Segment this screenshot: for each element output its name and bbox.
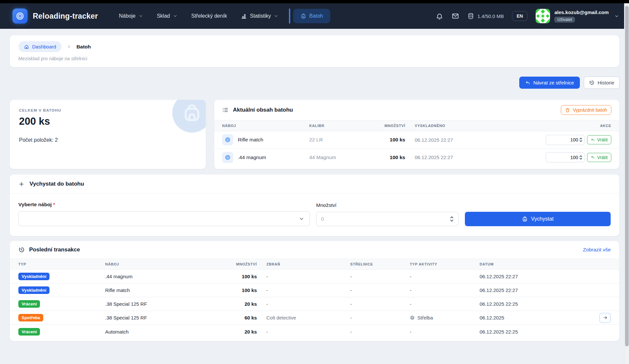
navbar-right: 1.4/50.0 MB EN ales.kozub@gmail.com Uživ… — [436, 9, 619, 23]
range: - — [350, 329, 410, 335]
button-label: Vyprázdnit batoh — [573, 107, 607, 113]
chevron-down-icon — [614, 14, 619, 19]
bullseye-icon — [222, 152, 233, 163]
panel-title: Poslední transakce — [29, 246, 80, 253]
transaction-type-badge: Vrácení — [18, 328, 40, 336]
panel-title: Aktuální obsah batohu — [233, 107, 293, 113]
range: - — [350, 301, 410, 307]
return-quantity-input[interactable] — [555, 155, 578, 160]
page-scrollbar[interactable] — [624, 3, 629, 364]
quantity: 100 ks — [375, 155, 405, 160]
transaction-row: Vyskladnění Rifle match 100 ks - - - 06.… — [10, 283, 619, 297]
bullseye-logo-icon — [16, 12, 24, 20]
bullseye-icon — [222, 134, 233, 145]
nav-label: Statistiky — [250, 13, 271, 19]
arrow-right-icon — [603, 315, 608, 320]
col-picked: VYSKLADNĚNO — [405, 124, 506, 128]
nav-item-sklad[interactable]: Sklad — [151, 9, 183, 23]
return-quantity-input[interactable] — [555, 137, 578, 142]
quantity: 20 ks — [215, 301, 257, 307]
navbar: Reloading-tracker Náboje Sklad Střelecký… — [0, 3, 629, 29]
weapon: - — [257, 274, 350, 279]
transactions-table-header: TYP NÁBOJ MNOŽSTVÍ ZBRAŇ STŘELNICE TYP A… — [10, 259, 619, 270]
range: - — [350, 287, 410, 293]
activity-type: - — [410, 329, 480, 335]
user-meta: ales.kozub@gmail.com Uživatel — [554, 9, 609, 23]
trash-icon — [565, 108, 570, 113]
summary-item-count: Počet položek: 2 — [19, 137, 197, 143]
ammo-name: Rifle match — [105, 287, 215, 293]
chevron-right-icon — [67, 44, 71, 49]
stepper-arrows-icon[interactable] — [579, 137, 582, 142]
breadcrumb: Dashboard Batoh — [18, 41, 611, 52]
history-icon — [18, 246, 25, 253]
active-nav-indicator — [289, 9, 290, 24]
pick-submit-button[interactable]: Vychystat — [465, 212, 611, 226]
transaction-row: Spotřeba .38 Special 125 RF 60 ks Colt d… — [10, 311, 619, 325]
transactions-card: Poslední transakce Zobrazit vše TYP NÁBO… — [10, 241, 619, 341]
col-weapon: ZBRAŇ — [257, 262, 350, 266]
date: 06.12.2025 22:27 — [480, 287, 591, 293]
chevron-down-icon — [139, 14, 143, 18]
nav-item-batoh[interactable]: Batoh — [293, 9, 330, 23]
nav-item-strelecky-denik[interactable]: Střelecký deník — [185, 9, 233, 23]
col-action: AKCE — [506, 124, 611, 128]
history-button[interactable]: Historie — [584, 77, 619, 89]
quantity: 60 ks — [215, 315, 257, 320]
ammo-select[interactable] — [18, 211, 310, 226]
col-qty: MNOŽSTVÍ — [375, 124, 405, 128]
page-actions: Návrat ze střelnice Historie — [10, 77, 619, 89]
plus-icon — [18, 181, 25, 187]
language-selector[interactable]: EN — [512, 11, 527, 21]
nav-item-statistiky[interactable]: Statistiky — [235, 9, 284, 23]
nav-item-naboje[interactable]: Náboje — [113, 9, 149, 23]
quantity: 100 ks — [215, 274, 257, 279]
bar-chart-icon — [241, 13, 247, 19]
return-button[interactable]: Vrátit — [587, 135, 611, 144]
ammo-name: .44 magnum — [105, 274, 215, 279]
return-from-range-button[interactable]: Návrat ze střelnice — [519, 77, 580, 89]
stepper-arrows-icon[interactable] — [450, 216, 454, 222]
activity-type: Střelba — [417, 315, 433, 320]
chevron-down-icon — [299, 216, 304, 222]
field-label: Vyberte náboj* — [18, 202, 310, 208]
transaction-type-badge: Vrácení — [18, 300, 40, 308]
col-qty: MNOŽSTVÍ — [215, 262, 257, 266]
required-asterisk: * — [53, 202, 55, 207]
scrollbar-thumb[interactable] — [625, 6, 629, 346]
button-label: Vrátit — [597, 155, 608, 160]
transaction-detail-button[interactable] — [600, 313, 611, 323]
return-button[interactable]: Vrátit — [587, 153, 611, 162]
app-title: Reloading-tracker — [33, 12, 98, 21]
nav-item-batoh-wrap: Batoh — [289, 9, 330, 24]
bell-icon[interactable] — [436, 12, 443, 20]
chevron-down-icon — [173, 14, 178, 18]
user-menu[interactable]: ales.kozub@gmail.com Uživatel — [536, 9, 619, 23]
summary-total: 200 ks — [19, 116, 197, 127]
table-row: Rifle match 22 LR 100 ks 06.12.2025 22:2… — [214, 131, 619, 149]
col-ammo: NÁBOJ — [222, 124, 309, 128]
mail-icon[interactable] — [451, 12, 459, 20]
chevron-down-icon — [274, 14, 278, 18]
backpack-summary-card: CELKEM V BATOHU 200 ks Počet položek: 2 — [10, 100, 206, 169]
show-all-link[interactable]: Zobrazit vše — [583, 247, 611, 253]
weapon: - — [257, 287, 350, 293]
ammo-name: Rifle match — [238, 137, 263, 143]
ammo-name: .44 magnum — [238, 155, 266, 160]
user-email: ales.kozub@gmail.com — [554, 9, 609, 15]
app-logo[interactable] — [12, 9, 28, 24]
history-icon — [589, 80, 595, 85]
weapon: Colt detective — [257, 315, 350, 320]
stepper-arrows-icon[interactable] — [579, 155, 582, 160]
caliber: 22 LR — [309, 137, 375, 143]
transaction-type-badge: Vyskladnění — [18, 273, 49, 280]
return-quantity-stepper — [546, 152, 584, 162]
quantity-input[interactable] — [321, 216, 447, 222]
breadcrumb-home[interactable]: Dashboard — [18, 41, 62, 52]
return-arrow-icon — [525, 80, 530, 85]
weapon: - — [257, 329, 350, 335]
picking-form-card: Vychystat do batohu Vyberte náboj* Množs… — [10, 174, 619, 236]
quantity-field: Množství — [316, 202, 459, 226]
empty-backpack-button[interactable]: Vyprázdnit batoh — [561, 105, 611, 115]
ammo-name: .38 Special 125 RF — [105, 315, 215, 320]
